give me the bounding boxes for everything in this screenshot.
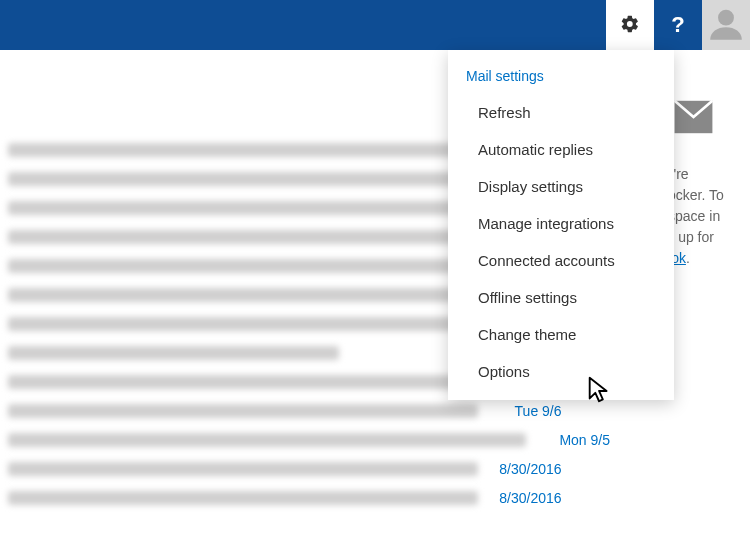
mail-row[interactable]: Tue 9/6 xyxy=(8,396,610,425)
mail-row[interactable]: 8/30/2016 xyxy=(8,483,610,512)
settings-button[interactable] xyxy=(606,0,654,50)
topbar: ? xyxy=(0,0,750,50)
svg-point-0 xyxy=(718,9,734,25)
mail-date: 8/30/2016 xyxy=(490,490,562,506)
menu-item-display-settings[interactable]: Display settings xyxy=(448,168,674,205)
menu-item-refresh[interactable]: Refresh xyxy=(448,94,674,131)
mail-date: Tue 9/6 xyxy=(490,403,562,419)
settings-menu-header: Mail settings xyxy=(448,64,674,94)
menu-item-manage-integrations[interactable]: Manage integrations xyxy=(448,205,674,242)
help-icon: ? xyxy=(671,12,684,38)
avatar-icon xyxy=(707,5,745,46)
mail-date: Mon 9/5 xyxy=(538,432,610,448)
mail-row[interactable]: Mon 9/5 xyxy=(8,425,610,454)
menu-item-options[interactable]: Options xyxy=(448,353,674,390)
mail-row[interactable]: 8/30/2016 xyxy=(8,454,610,483)
menu-item-change-theme[interactable]: Change theme xyxy=(448,316,674,353)
menu-item-offline-settings[interactable]: Offline settings xyxy=(448,279,674,316)
menu-item-automatic-replies[interactable]: Automatic replies xyxy=(448,131,674,168)
help-button[interactable]: ? xyxy=(654,0,702,50)
settings-menu: Mail settings Refresh Automatic replies … xyxy=(448,50,674,400)
mail-date: 8/30/2016 xyxy=(490,461,562,477)
user-avatar[interactable] xyxy=(702,0,750,50)
menu-item-connected-accounts[interactable]: Connected accounts xyxy=(448,242,674,279)
gear-icon xyxy=(620,14,640,37)
